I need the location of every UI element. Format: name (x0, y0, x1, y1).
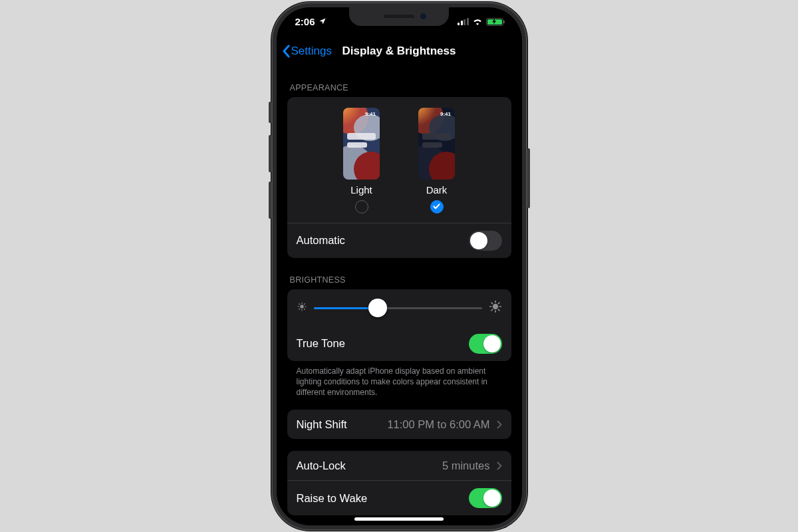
automatic-row: Automatic (287, 223, 511, 258)
brightness-card: True Tone (287, 289, 511, 361)
nightshift-label: Night Shift (297, 418, 347, 431)
autolock-value: 5 minutes (442, 460, 490, 472)
chevron-right-icon (497, 462, 502, 470)
brightness-slider[interactable] (314, 299, 482, 317)
section-header-appearance: APPEARANCE (290, 83, 509, 92)
location-icon (319, 16, 327, 27)
svg-line-16 (304, 309, 305, 309)
svg-point-10 (300, 305, 303, 308)
home-indicator[interactable] (354, 517, 444, 521)
battery-icon (486, 18, 503, 26)
raise-toggle[interactable] (469, 488, 502, 508)
brightness-slider-row (287, 289, 511, 327)
cellular-icon (458, 18, 469, 25)
raise-row: Raise to Wake (287, 480, 511, 515)
svg-line-27 (498, 303, 499, 304)
lock-card: Auto-Lock 5 minutes Raise to Wake (287, 451, 511, 515)
raise-label: Raise to Wake (297, 492, 368, 505)
preview-time: 9:41 (440, 111, 451, 117)
phone-frame: 2:06 (271, 2, 527, 531)
dark-label: Dark (426, 184, 448, 196)
wifi-icon (472, 16, 483, 27)
light-preview: 9:41 (343, 108, 380, 180)
back-label: Settings (291, 45, 332, 58)
svg-line-18 (304, 303, 305, 304)
volume-up-button (269, 135, 271, 172)
svg-line-26 (491, 309, 493, 311)
truetone-note: Automatically adapt iPhone display based… (287, 361, 511, 398)
light-radio[interactable] (355, 200, 368, 213)
status-time: 2:06 (295, 16, 315, 27)
appearance-option-dark[interactable]: 9:41 Dark (418, 108, 455, 213)
chevron-right-icon (497, 420, 502, 429)
appearance-card: 9:41 Light (287, 97, 511, 258)
sun-min-icon (297, 301, 307, 315)
page-title: Display & Brightness (342, 45, 456, 58)
svg-point-19 (492, 303, 497, 309)
back-button[interactable]: Settings (282, 37, 332, 66)
nav-bar: Settings Display & Brightness (277, 37, 522, 66)
svg-line-17 (299, 309, 299, 309)
screen: 2:06 (277, 7, 522, 525)
ringer-switch (269, 102, 271, 123)
svg-line-15 (299, 303, 299, 304)
sun-max-icon (489, 300, 502, 316)
autolock-label: Auto-Lock (297, 460, 346, 472)
preview-time: 9:41 (365, 111, 376, 117)
light-label: Light (350, 184, 372, 196)
svg-line-25 (498, 309, 499, 311)
nightshift-card: Night Shift 11:00 PM to 6:00 AM (287, 410, 511, 439)
notch (349, 7, 449, 26)
automatic-toggle[interactable] (469, 231, 502, 251)
nightshift-row[interactable]: Night Shift 11:00 PM to 6:00 AM (287, 410, 511, 439)
dark-radio[interactable] (430, 200, 444, 213)
chevron-left-icon (282, 45, 290, 58)
truetone-label: True Tone (297, 337, 345, 350)
content: APPEARANCE (277, 66, 522, 525)
truetone-row: True Tone (287, 327, 511, 361)
dark-preview: 9:41 (418, 108, 455, 180)
svg-line-24 (491, 303, 493, 304)
nightshift-value: 11:00 PM to 6:00 AM (387, 418, 489, 431)
section-header-brightness: BRIGHTNESS (290, 275, 509, 285)
automatic-label: Automatic (297, 234, 345, 247)
truetone-toggle[interactable] (469, 334, 502, 354)
autolock-row[interactable]: Auto-Lock 5 minutes (287, 451, 511, 480)
power-button (527, 148, 530, 208)
appearance-option-light[interactable]: 9:41 Light (343, 108, 380, 213)
volume-down-button (269, 182, 271, 219)
